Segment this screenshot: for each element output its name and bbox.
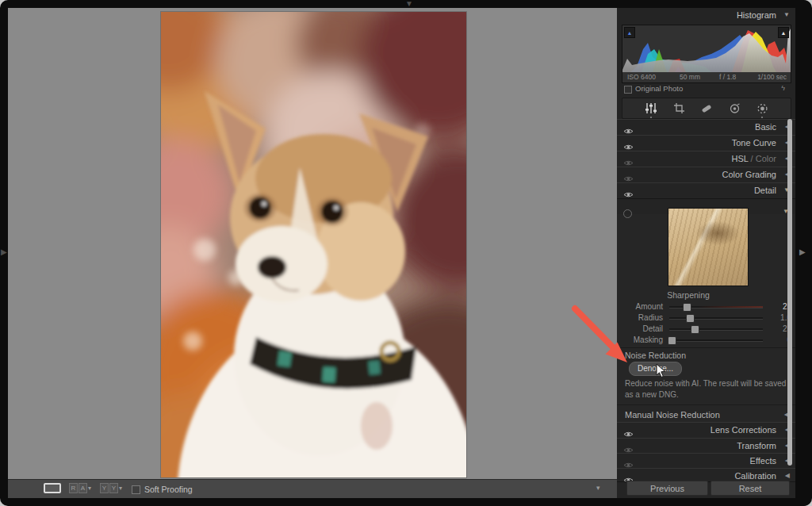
panel-header-color-grading[interactable]: Color Grading ◀: [617, 167, 795, 183]
original-photo-label: Original Photo: [635, 84, 683, 93]
panel-header-basic[interactable]: Basic ◀: [617, 119, 795, 136]
amount-slider[interactable]: [669, 306, 763, 309]
crop-overlay-icon[interactable]: [672, 102, 686, 115]
slider-label: Amount: [617, 302, 663, 311]
edit-sliders-icon[interactable]: [644, 102, 658, 115]
slider-row-radius: Radius 1.0: [617, 312, 795, 324]
denoise-description-line2: as a new DNG.: [625, 390, 679, 399]
panel-label: Calibration: [734, 471, 776, 481]
left-panel-reveal-icon[interactable]: ▶: [1, 248, 7, 256]
bottom-toolbar: R A ▾ Y Y ▾ Soft Proofing ▾: [8, 479, 617, 498]
exif-info-row: ISO 6400 50 mm f / 1.8 1/100 sec: [622, 72, 791, 82]
masking-slider[interactable]: [669, 339, 763, 342]
tool-strip: [622, 98, 791, 119]
histogram-title: Histogram: [737, 10, 776, 20]
panel-header-transform[interactable]: Transform ◀: [617, 438, 795, 454]
panel-label: Color Grading: [722, 170, 776, 179]
histogram-panel-header[interactable]: Histogram ▼: [617, 8, 795, 24]
histogram-expanded-icon: ▼: [783, 11, 790, 18]
radius-slider[interactable]: [669, 317, 763, 320]
slider-thumb[interactable]: [686, 314, 695, 323]
develop-canvas[interactable]: [8, 8, 617, 479]
eye-icon[interactable]: [623, 187, 634, 201]
manual-noise-reduction-label: Manual Noise Reduction: [625, 410, 720, 420]
sharpening-title: Sharpening: [633, 290, 744, 300]
panel-label: Transform: [737, 441, 776, 450]
reference-view-button[interactable]: R A ▾: [69, 483, 91, 493]
panel-header-hsl-color[interactable]: HSL / Color ◀: [617, 151, 795, 167]
slider-label: Detail: [617, 324, 663, 333]
sharpening-preview[interactable]: [668, 208, 749, 286]
soft-proofing-label: Soft Proofing: [144, 485, 193, 494]
before-after-caret-icon[interactable]: ▾: [119, 485, 122, 492]
red-eye-icon[interactable]: [727, 102, 741, 115]
toolbar-options-caret-icon[interactable]: ▾: [596, 484, 600, 492]
preview-target-icon[interactable]: [623, 209, 632, 218]
detail-panel-content: ▼ Sharpening Amount 25 Radius 1.0 Detail…: [617, 214, 795, 435]
reference-view-right-label: A: [79, 483, 87, 493]
manual-noise-reduction-header[interactable]: Manual Noise Reduction ◀: [617, 404, 795, 423]
panel-label: Tone Curve: [732, 138, 776, 148]
histogram-graph[interactable]: [622, 25, 791, 72]
panel-label: Lens Corrections: [710, 425, 776, 435]
slider-thumb[interactable]: [683, 303, 691, 312]
aperture-value: f / 1.8: [719, 73, 736, 81]
original-photo-checkbox[interactable]: [624, 86, 632, 94]
photo-dog-portrait[interactable]: [161, 12, 466, 477]
panel-header-effects[interactable]: Effects ◀: [617, 453, 795, 470]
panel-label: Effects: [750, 456, 776, 466]
slider-row-detail: Detail 25: [617, 324, 795, 335]
panel-header-detail[interactable]: Detail ▼: [617, 182, 795, 199]
histogram-display[interactable]: ▲ ▲ ISO 6400 50 mm f / 1.8 1/100 sec: [622, 25, 791, 83]
slider-thumb[interactable]: [691, 325, 699, 334]
panel-label: Detail: [754, 186, 776, 195]
right-panel-collapse-icon[interactable]: ▶: [799, 248, 806, 256]
soft-proofing-checkbox[interactable]: [132, 485, 140, 494]
panel-header-tone-curve[interactable]: Tone Curve ◀: [617, 135, 795, 151]
loupe-view-button[interactable]: [44, 483, 61, 493]
reference-view-left-label: R: [69, 483, 78, 493]
denoise-button[interactable]: Denoise...: [629, 362, 682, 376]
original-photo-row: Original Photo ϟ: [622, 84, 790, 95]
slider-label: Masking: [617, 335, 663, 344]
panel-header-lens-corrections[interactable]: Lens Corrections ◀: [617, 422, 795, 439]
reference-view-caret-icon[interactable]: ▾: [88, 485, 91, 492]
panel-scrollbar[interactable]: [787, 119, 792, 466]
top-panel-reveal-icon[interactable]: ▼: [405, 0, 413, 8]
highlight-clipping-indicator[interactable]: ▲: [778, 27, 789, 38]
collapse-icon: ◀: [785, 472, 790, 479]
slider-row-amount: Amount 25: [617, 301, 795, 312]
iso-value: ISO 6400: [627, 73, 656, 81]
panel-label: Basic: [755, 122, 776, 132]
shadow-clipping-indicator[interactable]: ▲: [624, 27, 635, 38]
slider-thumb[interactable]: [668, 336, 676, 345]
masking-icon[interactable]: [755, 102, 769, 115]
healing-brush-icon[interactable]: [699, 102, 714, 115]
lightroom-window: R A ▾ Y Y ▾ Soft Proofing ▾ Histogram ▼: [0, 0, 812, 506]
denoise-description-line1: Reduce noise with AI. The result will be…: [625, 379, 786, 388]
before-after-view-button[interactable]: Y Y ▾: [100, 483, 122, 493]
develop-right-panel: Histogram ▼ ▲ ▲ IS: [617, 8, 795, 498]
focal-length-value: 50 mm: [680, 73, 700, 81]
previous-button[interactable]: Previous: [626, 481, 708, 496]
before-after-right-label: Y: [109, 483, 118, 493]
before-after-left-label: Y: [100, 483, 109, 493]
slider-row-masking: Masking 0: [617, 335, 795, 346]
panel-label: HSL / Color: [732, 154, 776, 163]
reset-button[interactable]: Reset: [710, 481, 790, 496]
slider-label: Radius: [617, 313, 663, 322]
detail-slider[interactable]: [669, 328, 763, 331]
lightning-icon: ϟ: [781, 84, 785, 92]
noise-reduction-title: Noise Reduction: [625, 351, 686, 360]
shutter-value: 1/100 sec: [757, 73, 787, 81]
